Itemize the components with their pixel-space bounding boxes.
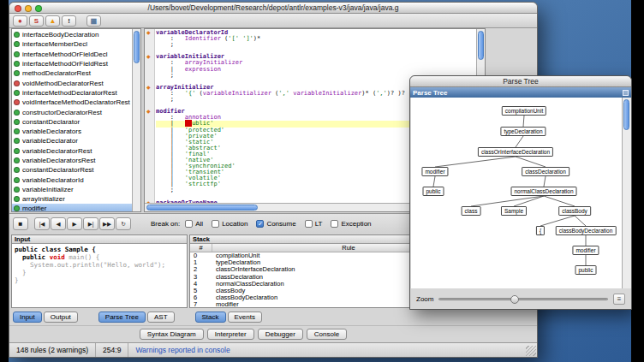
status-message[interactable]: Warnings reported in console bbox=[128, 343, 236, 357]
go-to-end-button[interactable]: ▶| bbox=[83, 217, 98, 230]
rule-name: interfaceBodyDeclaration bbox=[22, 31, 98, 39]
tree-node-sample[interactable]: Sample bbox=[501, 206, 527, 216]
panel-close-icon[interactable] bbox=[623, 90, 629, 96]
rule-list-item[interactable]: constantDeclaratorRest bbox=[12, 165, 132, 175]
scroll-thumb[interactable] bbox=[623, 99, 629, 130]
zoom-slider[interactable] bbox=[438, 298, 608, 300]
checkbox-label: Consume bbox=[266, 220, 295, 228]
tree-node-item[interactable]: { bbox=[536, 226, 545, 235]
step-back-button[interactable]: ◀ bbox=[51, 217, 66, 230]
save-icon[interactable]: S bbox=[29, 15, 44, 27]
restart-button[interactable]: ↻ bbox=[116, 217, 131, 230]
parse-tree-canvas[interactable]: compilationUnittypeDeclarationclassOrInt… bbox=[411, 98, 622, 288]
input-line: } bbox=[15, 269, 187, 276]
break-option-exception[interactable]: Exception bbox=[331, 220, 371, 228]
fast-forward-button[interactable]: ▶▶ bbox=[99, 217, 115, 230]
view-tab-debugger[interactable]: Debugger bbox=[258, 329, 303, 340]
tree-node-classbody[interactable]: classBody bbox=[558, 206, 591, 216]
tab-parse-tree[interactable]: Parse Tree bbox=[98, 312, 146, 323]
highlight-icon[interactable]: ▲ bbox=[45, 15, 60, 27]
scroll-thumb[interactable] bbox=[478, 31, 484, 60]
rule-list-scrollbar[interactable] bbox=[132, 29, 140, 211]
export-icon[interactable]: ≡ bbox=[613, 294, 625, 305]
checkbox-exception[interactable] bbox=[331, 220, 338, 228]
tree-node-classorinterfacedeclaration[interactable]: classOrInterfaceDeclaration bbox=[478, 147, 553, 157]
tab-input[interactable]: Input bbox=[13, 312, 42, 323]
rule-ok-icon bbox=[14, 128, 20, 134]
view-tab-syntax-diagram[interactable]: Syntax Diagram bbox=[140, 329, 204, 340]
rule-list-item[interactable]: interfaceMethodOrFieldRest bbox=[12, 59, 132, 68]
rule-list-item[interactable]: voidMethodDeclaratorRest bbox=[12, 78, 132, 87]
rule-list-item[interactable]: arrayInitializer bbox=[12, 194, 132, 204]
rule-list-item[interactable]: voidInterfaceMethodDeclaratorRest bbox=[12, 98, 132, 107]
view-tab-interpreter[interactable]: Interpreter bbox=[207, 329, 254, 340]
tree-node-modifier[interactable]: modifier bbox=[572, 246, 599, 255]
checkbox-label: Exception bbox=[341, 220, 371, 228]
window-icon[interactable]: ▦ bbox=[86, 15, 101, 27]
tree-node-normalclassdeclaration[interactable]: normalClassDeclaration bbox=[511, 187, 577, 196]
close-button[interactable] bbox=[15, 5, 21, 12]
tree-node-modifier[interactable]: modifier bbox=[421, 167, 448, 176]
rule-marker-icon: ◆ bbox=[146, 30, 153, 36]
zoom-bar: Zoom ≡ bbox=[411, 288, 630, 309]
tab-output[interactable]: Output bbox=[44, 312, 78, 323]
tree-node-classdeclaration[interactable]: classDeclaration bbox=[522, 167, 569, 176]
rule-name: voidMethodDeclaratorRest bbox=[22, 80, 104, 87]
tree-node-typedeclaration[interactable]: typeDeclaration bbox=[500, 127, 546, 136]
checkbox-location[interactable] bbox=[212, 220, 219, 228]
debug-icon[interactable]: ! bbox=[62, 15, 76, 27]
rule-list-item[interactable]: constructorDeclaratorRest bbox=[12, 107, 132, 116]
rule-list-item[interactable]: variableDeclaratorId bbox=[12, 175, 132, 184]
tree-node-public[interactable]: public bbox=[423, 187, 444, 196]
zoom-slider-thumb[interactable] bbox=[510, 295, 519, 304]
window-titlebar[interactable]: /Users/bovet/Development/Research/depot/… bbox=[9, 3, 537, 14]
rule-list-item[interactable]: constantDeclarator bbox=[12, 117, 132, 127]
rule-list-item[interactable]: modifier bbox=[12, 204, 132, 212]
view-tab-console[interactable]: Console bbox=[307, 329, 347, 340]
rule-list-item[interactable]: variableDeclaratorsRest bbox=[12, 156, 132, 165]
rule-list[interactable]: interfaceBodyDeclarationinterfaceMemberD… bbox=[11, 28, 141, 212]
scroll-thumb[interactable] bbox=[146, 205, 258, 211]
input-code[interactable]: public class Sample { public void main()… bbox=[12, 244, 187, 284]
rule-list-item[interactable]: variableDeclarators bbox=[12, 127, 132, 136]
rule-ok-icon bbox=[14, 90, 20, 96]
rule-list-item[interactable]: interfaceMethodDeclaratorRest bbox=[12, 88, 132, 98]
rule-name: interfaceMemberDecl bbox=[22, 40, 87, 48]
rule-list-item[interactable]: interfaceMethodOrFieldDecl bbox=[12, 50, 132, 59]
break-option-consume[interactable]: ✓Consume bbox=[256, 220, 295, 228]
stop-button[interactable]: ■ bbox=[13, 217, 28, 230]
minimize-button[interactable] bbox=[25, 5, 32, 12]
scroll-thumb[interactable] bbox=[134, 31, 140, 63]
checkbox-lt[interactable] bbox=[305, 220, 313, 228]
rule-name: modifier bbox=[22, 205, 46, 212]
rule-list-item[interactable]: methodDeclaratorRest bbox=[12, 68, 132, 78]
resize-grip[interactable] bbox=[526, 346, 536, 356]
break-option-location[interactable]: Location bbox=[212, 220, 247, 228]
rule-ok-icon bbox=[14, 167, 20, 173]
tree-node-public[interactable]: public bbox=[575, 265, 597, 275]
rule-ok-icon bbox=[14, 110, 20, 116]
checkbox-consume[interactable]: ✓ bbox=[256, 220, 264, 228]
parse-tree-scrollbar[interactable] bbox=[622, 98, 631, 288]
rule-list-item[interactable]: variableDeclaratorRest bbox=[12, 146, 132, 156]
go-to-start-button[interactable]: |◀ bbox=[34, 217, 50, 230]
rule-list-item[interactable]: variableDeclarator bbox=[12, 136, 132, 145]
break-option-lt[interactable]: LT bbox=[305, 220, 323, 228]
rule-list-item[interactable]: interfaceBodyDeclaration bbox=[12, 30, 132, 39]
break-option-all[interactable]: All bbox=[185, 220, 203, 228]
tab-ast[interactable]: AST bbox=[147, 312, 175, 323]
tab-stack[interactable]: Stack bbox=[195, 312, 226, 323]
step-forward-button[interactable]: ▶ bbox=[67, 217, 82, 230]
checkbox-all[interactable] bbox=[185, 220, 193, 228]
rule-list-item[interactable]: interfaceMemberDecl bbox=[12, 39, 132, 49]
rule-name: variableDeclaratorsRest bbox=[22, 157, 95, 164]
tree-node-class[interactable]: class bbox=[462, 206, 481, 216]
tab-events[interactable]: Events bbox=[228, 312, 262, 323]
rule-list-item[interactable]: variableInitializer bbox=[12, 185, 132, 194]
grammar-check-icon[interactable]: ● bbox=[13, 15, 27, 27]
tree-node-compilationunit[interactable]: compilationUnit bbox=[502, 106, 546, 116]
tree-node-classbodydeclaration[interactable]: classBodyDeclaration bbox=[556, 226, 617, 235]
parse-tree-titlebar[interactable]: Parse Tree bbox=[410, 76, 631, 87]
zoom-button[interactable] bbox=[35, 5, 42, 12]
caret-position: 254:9 bbox=[96, 343, 128, 357]
